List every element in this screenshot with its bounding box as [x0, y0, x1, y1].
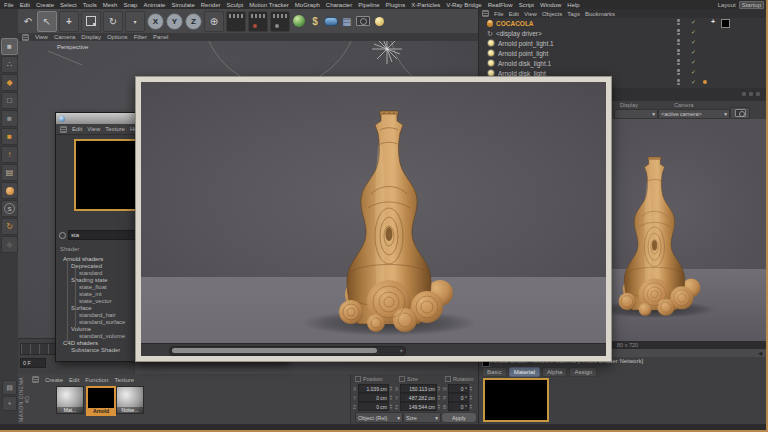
om-menu-objects[interactable]: Objects [542, 11, 562, 17]
stepper-icon[interactable]: ▴▾ [470, 395, 472, 401]
menu-animate[interactable]: Animate [143, 2, 165, 8]
mat-menu-function[interactable]: Function [85, 377, 108, 383]
visibility-dots[interactable] [677, 69, 680, 75]
sh-grip-icon[interactable] [60, 126, 67, 133]
camera-icon[interactable] [356, 16, 370, 26]
render-picture-viewer-icon[interactable] [248, 11, 268, 32]
object-mode-icon[interactable]: ■ [1, 128, 18, 145]
menu-script[interactable]: Script [519, 2, 534, 8]
material-thumb-mat[interactable]: Mat... [56, 386, 84, 414]
menu-snap[interactable]: Snap [123, 2, 137, 8]
rotate-icon[interactable]: ↻ [103, 11, 123, 32]
position-z-field[interactable]: 0 cm [358, 402, 389, 411]
om-menu-file[interactable]: File [494, 11, 504, 17]
menu-edit[interactable]: Edit [20, 2, 30, 8]
object-row-point-light-1[interactable]: Arnold point_light.1 ✓ [479, 38, 767, 48]
material-thumb-noise[interactable]: Noise... [116, 386, 144, 414]
sh-menu-texture[interactable]: Texture [105, 126, 125, 132]
stepper-icon[interactable]: ▴▾ [438, 386, 440, 392]
edges-mode-icon[interactable]: □ [1, 92, 18, 109]
viewport-menu-grip-icon[interactable] [22, 34, 29, 41]
tab-assign[interactable]: Assign [569, 367, 597, 377]
menu-pipeline[interactable]: Pipeline [358, 2, 379, 8]
vp-menu-filter[interactable]: Filter [134, 34, 147, 40]
size-x-field[interactable]: 150.113 cm [400, 384, 437, 393]
object-row-display-driver[interactable]: ↻ <display driver> ✓ [479, 28, 767, 38]
viewport-nav-icon[interactable] [1, 182, 18, 199]
floor-sphere-icon[interactable] [292, 15, 306, 27]
sh-menu-view[interactable]: View [87, 126, 100, 132]
visibility-dots[interactable] [677, 29, 680, 35]
visibility-dots[interactable] [677, 39, 680, 45]
layers-icon[interactable]: ▤ [2, 380, 17, 395]
last-tool-icon[interactable]: ▾ [125, 11, 145, 32]
menu-vray-bridge[interactable]: V-Ray Bridge [446, 2, 481, 8]
display-dropdown[interactable]: ▾ [614, 109, 658, 119]
ipr-button-icon[interactable] [749, 92, 753, 96]
tab-alpha[interactable]: Alpha [542, 367, 567, 377]
move-icon[interactable]: + [59, 11, 79, 32]
ipr-camera-icon[interactable] [730, 107, 750, 119]
render-viewer-window[interactable]: ▸ [135, 76, 612, 362]
vp-menu-options[interactable]: Options [107, 34, 128, 40]
enable-check-icon[interactable]: ✓ [691, 48, 696, 55]
viewport-label[interactable]: Perspective [57, 44, 88, 50]
om-menu-tags[interactable]: Tags [567, 11, 580, 17]
enable-check-icon[interactable]: ✓ [691, 68, 696, 75]
array-icon[interactable]: ▦ [340, 16, 354, 27]
menu-character[interactable]: Character [326, 2, 352, 8]
visibility-dots[interactable] [677, 79, 680, 85]
material-tag-swatch[interactable] [721, 19, 730, 28]
enable-check-icon[interactable]: ✓ [691, 58, 696, 65]
visibility-dots[interactable] [677, 49, 680, 55]
collapse-arrow-icon[interactable]: ◀ [758, 350, 762, 356]
enable-check-icon[interactable]: ✓ [691, 38, 696, 45]
capsule-icon[interactable] [324, 17, 338, 26]
light-icon[interactable] [372, 17, 386, 26]
menu-select[interactable]: Select [60, 2, 77, 8]
hand-tool-icon[interactable]: + [2, 396, 17, 411]
position-y-field[interactable]: 0 cm [358, 393, 389, 402]
object-row-point-light[interactable]: Arnold point_light ✓ [479, 48, 767, 58]
camera-active-dot[interactable] [703, 80, 707, 84]
live-selection-icon[interactable]: ↖ [37, 11, 57, 32]
menu-tools[interactable]: Tools [83, 2, 97, 8]
rotation-b-field[interactable]: 0 ° [448, 402, 469, 411]
tab-basic[interactable]: Basic [482, 367, 507, 377]
om-grip-icon[interactable] [482, 10, 489, 17]
polygons-mode-icon[interactable]: ■ [1, 110, 18, 127]
visibility-dots[interactable] [677, 19, 680, 25]
stepper-icon[interactable]: ▴▾ [438, 395, 440, 401]
vp-menu-display[interactable]: Display [81, 34, 101, 40]
stepper-icon[interactable]: ▴▾ [390, 395, 392, 401]
render-view-icon[interactable] [226, 11, 246, 32]
sh-menu-edit[interactable]: Edit [72, 126, 82, 132]
menu-sculpt[interactable]: Sculpt [226, 2, 243, 8]
rotation-h-field[interactable]: 0 ° [448, 384, 469, 393]
menu-window[interactable]: Window [540, 2, 561, 8]
menu-file[interactable]: File [4, 2, 14, 8]
ipr-render-view[interactable] [612, 119, 766, 341]
current-frame-field[interactable]: 0 F [20, 358, 46, 368]
model-mode-icon[interactable]: ■ [1, 38, 18, 55]
menu-mograph[interactable]: MoGraph [295, 2, 320, 8]
stepper-icon[interactable]: ▴▾ [390, 404, 392, 410]
stepper-icon[interactable]: ▴▾ [438, 404, 440, 410]
menu-realflow[interactable]: RealFlow [488, 2, 513, 8]
object-row-disk-light-1[interactable]: Arnold disk_light.1 ✓ [479, 58, 767, 68]
mat-menu-texture[interactable]: Texture [114, 377, 134, 383]
workplane-icon[interactable]: ◆ [1, 74, 18, 91]
points-mode-icon[interactable]: ∴ [1, 56, 18, 73]
axis-y-button[interactable]: Y [166, 13, 183, 30]
rotate-band-icon[interactable]: ↻ [1, 218, 18, 235]
material-thumb-arnold[interactable]: Arnold [86, 386, 116, 416]
axis-z-button[interactable]: Z [185, 13, 202, 30]
coords-mode-dropdown[interactable]: Object (Rel)▾ [355, 412, 403, 423]
visibility-dots[interactable] [677, 59, 680, 65]
menu-motion-tracker[interactable]: Motion Tracker [249, 2, 289, 8]
apply-button[interactable]: Apply [441, 412, 477, 423]
om-menu-view[interactable]: View [524, 11, 537, 17]
uv-clipboard-icon[interactable]: ▤ [1, 164, 18, 181]
snap-icon[interactable]: S [1, 200, 18, 217]
position-x-field[interactable]: 1.039 cm [358, 384, 389, 393]
